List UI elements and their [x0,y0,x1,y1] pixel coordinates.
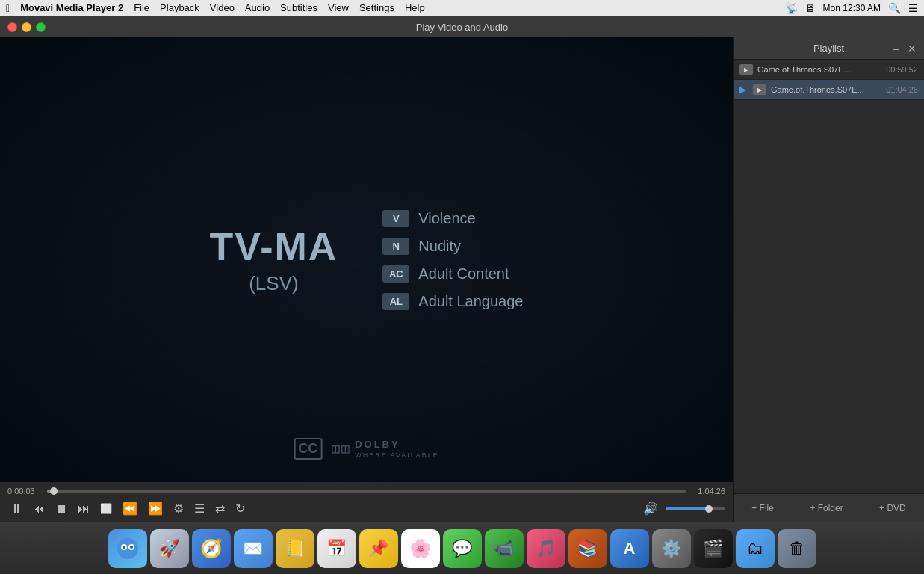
repeat-button[interactable]: ↻ [232,500,248,517]
list-item[interactable]: ▶ Game.of.Thrones.S07E... 00:59:52 [734,60,924,80]
dock-icon-mail[interactable]: ✉️ [234,529,273,568]
label-adult-content: Adult Content [418,265,509,283]
rating-row-violence: V Violence [382,210,523,227]
apple-logo:  [6,2,10,14]
fast-forward-button[interactable]: ⏩ [145,500,166,517]
svg-point-3 [123,546,125,549]
volume-slider[interactable] [666,507,725,510]
rating-left: TV-MA (LSV) [210,224,338,295]
close-button[interactable] [7,22,17,32]
playlist-item-name: Game.of.Thrones.S07E... [757,65,881,74]
badge-al: AL [382,293,409,310]
svg-point-4 [130,546,133,549]
playlist-item-name: Game.of.Thrones.S07E... [771,85,881,94]
window-title: Play Video and Audio [416,22,508,33]
playlist-button[interactable]: ☰ [191,500,208,517]
dock-icon-stickies[interactable]: 📌 [359,529,398,568]
playlist-title: Playlist [813,43,844,54]
svg-point-0 [117,538,138,559]
lsv-label: (LSV) [210,272,338,295]
shuffle-button[interactable]: ⇄ [212,500,228,517]
time-current: 0:00:03 [7,487,41,496]
menu-app-name[interactable]: Movavi Media Player 2 [20,2,123,13]
dock-icon-appstore[interactable]: A [610,529,649,568]
clock: Mon 12:30 AM [823,3,881,13]
playlist-item-duration: 00:59:52 [886,65,918,74]
menu-file[interactable]: File [134,2,149,13]
dock-icon-messages[interactable]: 💬 [443,529,482,568]
next-track-button[interactable]: ⏭ [75,501,93,517]
dock-icon-facetime[interactable]: 📹 [485,529,524,568]
add-folder-button[interactable]: + Folder [810,503,843,513]
rating-content: TV-MA (LSV) V Violence N Nudity AC Adult… [210,210,524,310]
label-nudity: Nudity [418,238,461,255]
badge-v: V [382,210,409,227]
dock-icon-photos[interactable]: 🌸 [401,529,440,568]
menu-playback[interactable]: Playback [160,2,199,13]
stop-button[interactable]: ⏹ [52,501,70,517]
dock-icon-itunes[interactable]: 🎵 [527,529,565,568]
tv-ma-label: TV-MA [210,224,338,269]
label-violence: Violence [418,210,475,227]
dock-icon-launchpad[interactable]: 🚀 [150,529,189,568]
maximize-button[interactable] [36,22,46,32]
playlist-footer: + File + Folder + DVD [734,493,924,522]
controls: 0:00:03 1:04:26 ⏸ ⏮ ⏹ ⏭ ⬜ ⏪ ⏩ ⚙ ☰ ⇄ ↻ [0,482,733,522]
menu-video[interactable]: Video [210,2,235,13]
menubar:  Movavi Media Player 2 File Playback Vi… [0,0,924,16]
progress-track[interactable] [47,490,686,493]
minimize-button[interactable] [22,22,31,32]
rating-right: V Violence N Nudity AC Adult Content AL … [382,210,523,310]
dock-icon-finder[interactable] [108,529,147,568]
prev-track-button[interactable]: ⏮ [30,501,48,517]
playlist-minimize-button[interactable]: – [890,43,902,55]
dock-icon-reminders[interactable]: 📅 [317,529,356,568]
add-file-button[interactable]: + File [751,503,774,513]
playlist-items: ▶ Game.of.Thrones.S07E... 00:59:52 ▶ ▶ G… [734,60,924,493]
menu-view[interactable]: View [328,2,349,13]
video-player[interactable]: TV-MA (LSV) V Violence N Nudity AC Adult… [0,37,733,482]
play-indicator: ▶ [739,84,748,95]
menu-subtitles[interactable]: Subtitles [280,2,317,13]
cc-badge: CC [294,438,322,460]
video-area: TV-MA (LSV) V Violence N Nudity AC Adult… [0,37,733,522]
notification-icon: 📡 [785,2,798,14]
menu-audio[interactable]: Audio [245,2,270,13]
volume-button[interactable]: 🔊 [640,500,661,517]
dock-icon-sysprefs[interactable]: ⚙️ [652,529,691,568]
controls-row: ⏸ ⏮ ⏹ ⏭ ⬜ ⏪ ⏩ ⚙ ☰ ⇄ ↻ 🔊 [7,500,725,517]
screen-icon: 🖥 [805,2,816,14]
titlebar: Play Video and Audio [0,16,924,37]
dock-icon-files[interactable]: 🗂 [736,529,775,568]
crop-button[interactable]: ⬜ [97,502,115,516]
file-icon: ▶ [739,64,753,75]
badge-ac: AC [382,265,409,283]
list-item[interactable]: ▶ ▶ Game.of.Thrones.S07E... 01:04:26 [734,80,924,100]
dock-icon-safari[interactable]: 🧭 [192,529,231,568]
rating-row-nudity: N Nudity [382,238,523,255]
rating-row-adult-language: AL Adult Language [382,293,523,310]
traffic-lights [7,22,46,32]
sidebar: Playlist – ✕ ▶ Game.of.Thrones.S07E... 0… [733,37,924,522]
playlist-close-button[interactable]: ✕ [905,43,920,55]
rewind-button[interactable]: ⏪ [120,500,140,517]
cc-dolby-area: CC ◫◫ DOLBY WHERE AVAILABLE [294,438,439,460]
menu-icon[interactable]: ☰ [908,2,918,14]
settings-button[interactable]: ⚙ [170,500,187,517]
rating-row-adult-content: AC Adult Content [382,265,523,283]
dock-icon-notes[interactable]: 📒 [276,529,314,568]
menu-help[interactable]: Help [405,2,425,13]
dock-icon-trash[interactable]: 🗑 [778,529,816,568]
add-dvd-button[interactable]: + DVD [879,503,906,513]
play-pause-button[interactable]: ⏸ [7,501,25,517]
dock-icon-books[interactable]: 📚 [568,529,607,568]
progress-bar-container: 0:00:03 1:04:26 [7,487,725,496]
dock: 🚀 🧭 ✉️ 📒 📅 📌 🌸 💬 📹 🎵 📚 A ⚙️ 🎬 🗂 🗑 [0,522,924,574]
volume-thumb [705,505,713,513]
menu-settings[interactable]: Settings [359,2,394,13]
search-icon[interactable]: 🔍 [888,2,901,14]
file-icon: ▶ [753,84,766,95]
dolby-sub: WHERE AVAILABLE [355,451,439,459]
badge-n: N [382,238,409,255]
dock-icon-screencast[interactable]: 🎬 [694,529,733,568]
